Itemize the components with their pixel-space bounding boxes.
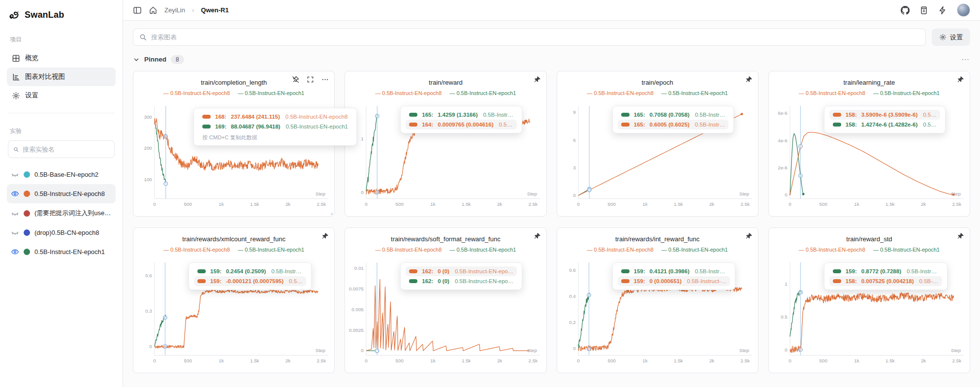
logo-text: SwanLab (25, 10, 64, 20)
pin-icon[interactable] (745, 232, 753, 242)
tooltip-step: 158: (846, 122, 857, 128)
chart-tooltip: 165:0.7058 (0.7058)0.5B-Instr…165:0.6005… (612, 106, 734, 133)
svg-text:1k: 1k (431, 201, 436, 207)
tooltip-series-swatch (621, 113, 630, 117)
swan-icon (9, 9, 21, 21)
legend-item: — 0.5B-Instruct-EN-epoch1 (873, 247, 940, 253)
svg-text:0.6: 0.6 (145, 273, 152, 278)
experiments-section-label: 实验 (10, 127, 113, 135)
sidebar-item-chart-compare[interactable]: 图表对比视图 (7, 67, 116, 86)
resize-handle[interactable]: ⌟ (330, 209, 333, 216)
chart-legend: — 0.5B-Instruct-EN-epoch8— 0.5B-Instruct… (557, 90, 758, 96)
docs-icon[interactable] (919, 6, 928, 15)
svg-text:1.5k: 1.5k (674, 201, 683, 207)
bolt-icon[interactable] (938, 6, 947, 15)
svg-text:500: 500 (607, 358, 616, 363)
svg-text:1.5k: 1.5k (674, 358, 683, 363)
chart-grid: train/completion_length— 0.5B-Instruct-E… (133, 71, 970, 373)
experiment-name: 0.5B-Instruct-EN-epoch8 (34, 190, 105, 197)
unpin-icon[interactable] (292, 76, 299, 85)
chart-title: train/rewards/soft_format_reward_func (345, 235, 546, 243)
legend-item: — 0.5B-Instruct-EN-epoch1 (449, 247, 516, 253)
gear-icon (939, 33, 947, 41)
tooltip-step: 159: (634, 268, 645, 274)
eye-closed-icon[interactable] (11, 209, 19, 218)
svg-text:1: 1 (361, 136, 364, 141)
svg-text:2.5k: 2.5k (529, 358, 538, 363)
tooltip-value: 0.7058 (0.7058) (650, 112, 690, 118)
pinned-section-header[interactable]: Pinned 8 ⋯ (133, 55, 970, 64)
more-options-icon[interactable] (321, 76, 329, 85)
experiment-row[interactable]: (需要把提示词注入到user… (7, 203, 116, 223)
experiment-row[interactable]: 0.5B-Base-EN-epoch2 (7, 165, 116, 184)
tooltip-series-swatch (621, 269, 630, 273)
pin-icon[interactable] (534, 232, 541, 242)
experiment-row[interactable]: (drop)0.5B-CN-epoch8 (7, 223, 116, 242)
svg-text:1.5k: 1.5k (462, 201, 471, 207)
sidebar-item-settings[interactable]: 设置 (7, 86, 116, 105)
breadcrumb-project[interactable]: Qwen-R1 (201, 6, 228, 14)
chart-title: train/epoch (557, 79, 758, 86)
pin-icon[interactable] (745, 76, 753, 85)
github-icon[interactable] (901, 6, 910, 15)
breadcrumb-user[interactable]: ZeyiLin (164, 6, 185, 14)
sidebar-nav: 概览图表对比视图设置 (7, 49, 116, 105)
svg-text:0: 0 (365, 358, 368, 363)
chart-hover-toolbar (292, 76, 329, 85)
svg-text:0: 0 (577, 201, 580, 207)
chevron-down-icon (133, 56, 140, 63)
home-icon[interactable] (149, 6, 158, 15)
fullscreen-icon[interactable] (307, 76, 314, 85)
chart-search[interactable] (133, 29, 926, 46)
swanlab-logo[interactable]: SwanLab (7, 7, 116, 22)
chart-search-input[interactable] (151, 33, 919, 41)
chart-card: train/reward— 0.5B-Instruct-EN-epoch8— 0… (345, 71, 546, 217)
svg-text:1k: 1k (854, 358, 859, 363)
experiment-search[interactable] (8, 140, 115, 158)
pin-icon[interactable] (957, 232, 964, 242)
tooltip-value: 0.8772 (0.7288) (861, 268, 901, 274)
tooltip-series-swatch (202, 115, 211, 119)
main-area: ZeyiLin › Qwen-R1 (123, 0, 980, 387)
eye-closed-icon[interactable] (11, 170, 19, 179)
svg-text:500: 500 (819, 201, 827, 207)
tooltip-value: 0 (0) (438, 278, 449, 284)
svg-text:0: 0 (153, 201, 156, 207)
svg-text:2.5k: 2.5k (952, 201, 961, 207)
pinned-title: Pinned (144, 56, 166, 63)
tooltip-step: 168: (215, 114, 226, 120)
experiment-search-input[interactable] (23, 146, 109, 153)
svg-text:2e-6: 2e-6 (778, 165, 788, 170)
settings-button[interactable]: 设置 (932, 29, 970, 46)
eye-closed-icon[interactable] (11, 228, 19, 237)
tooltip-series-swatch (197, 269, 206, 273)
tooltip-series-swatch (202, 125, 211, 129)
tooltip-step: 162: (422, 268, 433, 274)
experiment-row[interactable]: 0.5B-Instruct-EN-epoch8 (7, 184, 116, 203)
panel-toggle-icon[interactable] (133, 6, 142, 15)
experiment-row[interactable]: 0.5B-Instruct-EN-epoch1 (7, 242, 116, 261)
sidebar-item-overview[interactable]: 概览 (7, 49, 116, 67)
experiment-name: 0.5B-Base-EN-epoch2 (34, 171, 98, 178)
tooltip-copy-hint: 按 CMD+C 复制此数据 (202, 134, 348, 141)
svg-text:1k: 1k (219, 358, 223, 363)
svg-text:Step: Step (951, 191, 961, 196)
section-menu-ellipsis-icon[interactable]: ⋯ (961, 55, 970, 64)
tooltip-row: 169:88.04687 (96.9418)0.5B-Instruct-EN-e… (199, 122, 351, 131)
tooltip-step: 159: (210, 268, 221, 274)
avatar[interactable] (957, 3, 970, 17)
tooltip-series-name: 0.5B-Instr… (483, 112, 513, 118)
chart-card: train/completion_length— 0.5B-Instruct-E… (133, 71, 335, 217)
pin-icon[interactable] (957, 76, 964, 85)
pin-icon[interactable] (321, 232, 329, 242)
tooltip-row: 159:0.8772 (0.7288)0.5B-Instr… (829, 266, 942, 276)
eye-open-icon[interactable] (11, 248, 19, 256)
chart-title: train/reward (345, 79, 546, 86)
tooltip-value: 1.4274e-6 (1.4282e-6) (861, 122, 917, 128)
eye-open-icon[interactable] (11, 190, 19, 198)
svg-text:1: 1 (785, 281, 787, 287)
tooltip-series-swatch (409, 269, 417, 273)
pin-icon[interactable] (534, 76, 541, 85)
chart-card: train/rewards/soft_format_reward_func— 0… (345, 227, 546, 373)
sidebar-divider (8, 113, 115, 113)
